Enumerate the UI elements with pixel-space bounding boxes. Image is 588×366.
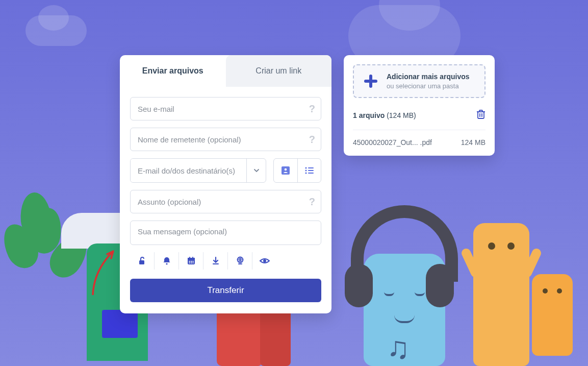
cloud-decoration <box>25 15 87 46</box>
svg-point-4 <box>305 169 306 171</box>
chevron-down-icon <box>253 167 260 174</box>
tabs: Enviar arquivos Criar um link <box>120 55 331 87</box>
transfer-form-panel: Enviar arquivos Criar um link ? ? <box>120 55 331 313</box>
svg-rect-3 <box>308 167 314 168</box>
add-folder-subtext: ou selecionar uma pasta <box>387 82 470 90</box>
password-option-button[interactable] <box>130 252 155 270</box>
add-files-dropzone[interactable]: Adicionar mais arquivos ou selecionar um… <box>353 64 485 98</box>
help-icon[interactable]: ? <box>309 196 315 208</box>
transfer-button[interactable]: Transferir <box>130 279 321 302</box>
add-files-heading: Adicionar mais arquivos <box>387 72 470 81</box>
delete-all-button[interactable] <box>476 109 485 121</box>
file-summary-row: 1 arquivo (124 MB) <box>353 109 485 130</box>
svg-rect-17 <box>192 262 193 263</box>
plus-icon <box>362 72 379 90</box>
expiry-option-button[interactable] <box>179 252 203 270</box>
trash-icon <box>476 109 485 119</box>
calendar-icon <box>186 256 196 266</box>
recipients-dropdown-button[interactable] <box>246 159 266 182</box>
svg-rect-13 <box>191 261 192 262</box>
file-size: 124 MB <box>461 138 485 147</box>
notification-option-button[interactable] <box>155 252 179 270</box>
customize-option-button[interactable] <box>252 252 277 270</box>
help-icon[interactable]: ? <box>309 103 315 115</box>
list-icon <box>304 166 315 175</box>
svg-rect-12 <box>189 261 190 262</box>
download-limit-option-button[interactable] <box>203 252 228 270</box>
svg-rect-11 <box>188 258 195 260</box>
svg-rect-25 <box>364 80 377 83</box>
svg-rect-22 <box>238 263 242 264</box>
language-option-button[interactable] <box>228 252 252 270</box>
svg-point-23 <box>263 259 266 262</box>
eye-icon <box>259 256 270 266</box>
groups-button[interactable] <box>297 159 321 182</box>
tab-send-files[interactable]: Enviar arquivos <box>120 55 226 87</box>
file-count-label: 1 arquivo <box>353 111 385 119</box>
sender-name-input[interactable] <box>130 128 321 151</box>
file-row[interactable]: 45000020027_Out... .pdf 124 MB <box>353 130 485 147</box>
svg-point-9 <box>166 263 167 264</box>
bell-icon <box>162 256 172 266</box>
transfer-options-bar <box>130 252 321 270</box>
lock-open-icon <box>137 256 147 266</box>
svg-rect-19 <box>192 257 193 259</box>
svg-rect-26 <box>478 112 484 118</box>
svg-rect-14 <box>192 261 193 262</box>
message-textarea[interactable] <box>130 221 321 245</box>
svg-rect-16 <box>191 262 192 263</box>
subject-input[interactable] <box>130 190 321 213</box>
tab-create-link[interactable]: Criar um link <box>226 55 332 87</box>
svg-point-1 <box>285 168 287 171</box>
email-input[interactable] <box>130 97 321 120</box>
help-icon[interactable]: ? <box>309 134 315 145</box>
address-book-icon <box>280 166 291 175</box>
download-icon <box>211 256 221 266</box>
svg-rect-5 <box>308 170 314 171</box>
svg-rect-15 <box>189 262 190 263</box>
svg-rect-18 <box>189 257 190 259</box>
svg-point-6 <box>305 172 306 174</box>
svg-rect-20 <box>213 263 219 264</box>
svg-rect-7 <box>308 173 314 174</box>
file-name: 45000020027_Out... .pdf <box>353 138 461 147</box>
contacts-button[interactable] <box>274 159 297 182</box>
svg-point-2 <box>305 167 306 168</box>
globe-icon <box>235 256 245 266</box>
recipients-input[interactable] <box>131 159 246 182</box>
file-total-size: (124 MB) <box>387 111 416 119</box>
files-panel: Adicionar mais arquivos ou selecionar um… <box>344 55 495 156</box>
svg-rect-8 <box>139 260 144 264</box>
